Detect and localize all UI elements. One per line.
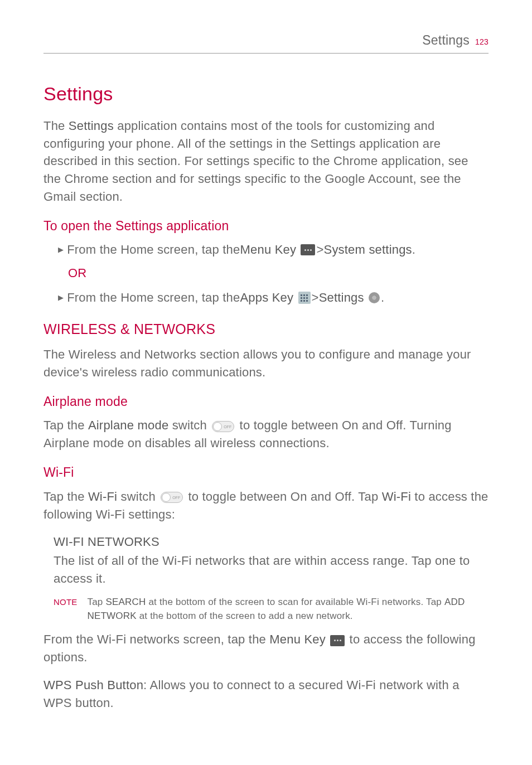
airplane-mode-heading: Airplane mode — [43, 393, 489, 411]
page-header: Settings 123 — [43, 31, 489, 54]
switch-off-label: OFF — [224, 424, 231, 430]
note-a: Tap — [87, 597, 105, 607]
spacer — [364, 289, 367, 307]
spacer — [326, 632, 329, 646]
note-c: at the bottom of the screen to scan for … — [146, 597, 444, 607]
airplane-paragraph: Tap the Airplane mode switch OFF to togg… — [43, 417, 489, 452]
apps-key-icon — [298, 292, 311, 304]
note-label: NOTE — [54, 595, 77, 623]
spacer — [296, 241, 299, 259]
wifi-text-c: switch — [117, 490, 159, 503]
bullet2-settings-label: Settings — [319, 289, 364, 307]
gear-icon — [369, 292, 380, 303]
note-text: Tap SEARCH at the bottom of the screen t… — [87, 595, 489, 623]
menu-key-icon — [330, 635, 345, 646]
wps-bold: WPS Push Button — [43, 678, 143, 692]
airplane-text-c: switch — [168, 418, 210, 432]
header-title: Settings — [422, 31, 470, 50]
airplane-switch-icon: OFF — [212, 421, 234, 432]
switch-off-label: OFF — [172, 495, 180, 501]
wifi-text-a: Tap the — [43, 490, 88, 503]
bullet1-menu-key-label: Menu Key — [240, 241, 296, 259]
wireless-paragraph: The Wireless and Networks section allows… — [43, 346, 489, 381]
wifi-text-d: to toggle between On and Off. Tap — [185, 490, 382, 503]
wifi-paragraph: Tap the Wi-Fi switch OFF to toggle betwe… — [43, 488, 489, 524]
bullet2-apps-key-label: Apps Key — [240, 289, 293, 307]
wifi-bold-2: Wi-Fi — [382, 490, 411, 503]
intro-bold-settings: Settings — [69, 119, 114, 133]
bullet2-period: . — [381, 289, 384, 307]
spacer — [293, 289, 297, 307]
bullet-item-1: ▶ From the Home screen, tap the Menu Key… — [58, 241, 489, 259]
wifi-networks-subheading: WI-FI NETWORKS — [54, 533, 489, 551]
bullet-triangle-icon: ▶ — [58, 245, 64, 255]
header-page-number: 123 — [475, 36, 489, 47]
from-menu-key-bold: Menu Key — [269, 632, 326, 646]
from-wifi-paragraph: From the Wi-Fi networks screen, tap the … — [43, 631, 489, 666]
wifi-networks-paragraph: The list of all of the Wi-Fi networks th… — [54, 552, 489, 588]
intro-text-a: The — [43, 119, 69, 133]
page-title: Settings — [43, 80, 489, 108]
bullet1-text-a: From the Home screen, tap the — [67, 241, 240, 259]
menu-key-icon — [301, 244, 315, 255]
wps-paragraph: WPS Push Button: Allows you to connect t… — [43, 676, 489, 712]
bullet-item-2: ▶ From the Home screen, tap the Apps Key… — [58, 289, 489, 307]
bullet2-text-a: From the Home screen, tap the — [67, 289, 240, 307]
bullet1-system-settings: System settings — [324, 241, 412, 259]
wifi-heading: Wi-Fi — [43, 463, 489, 482]
intro-paragraph: The Settings application contains most o… — [43, 117, 489, 206]
airplane-mode-bold: Airplane mode — [88, 418, 168, 432]
wifi-bold-1: Wi-Fi — [88, 490, 117, 503]
wifi-networks-block: WI-FI NETWORKS The list of all of the Wi… — [54, 533, 489, 588]
bullet1-period: . — [412, 241, 415, 259]
or-label: OR — [68, 264, 489, 282]
wireless-networks-heading: WIRELESS & NETWORKS — [43, 319, 489, 339]
note-search-bold: SEARCH — [105, 597, 146, 607]
bullet1-gt: > — [316, 241, 323, 259]
open-settings-heading: To open the Settings application — [43, 217, 489, 235]
airplane-text-a: Tap the — [43, 418, 88, 432]
bullet-triangle-icon: ▶ — [58, 293, 64, 303]
bullet2-gt: > — [312, 289, 319, 307]
from-a: From the Wi-Fi networks screen, tap the — [43, 632, 269, 646]
wifi-switch-icon: OFF — [161, 492, 183, 503]
note-row: NOTE Tap SEARCH at the bottom of the scr… — [54, 595, 489, 623]
note-e: at the bottom of the screen to add a new… — [137, 611, 353, 621]
